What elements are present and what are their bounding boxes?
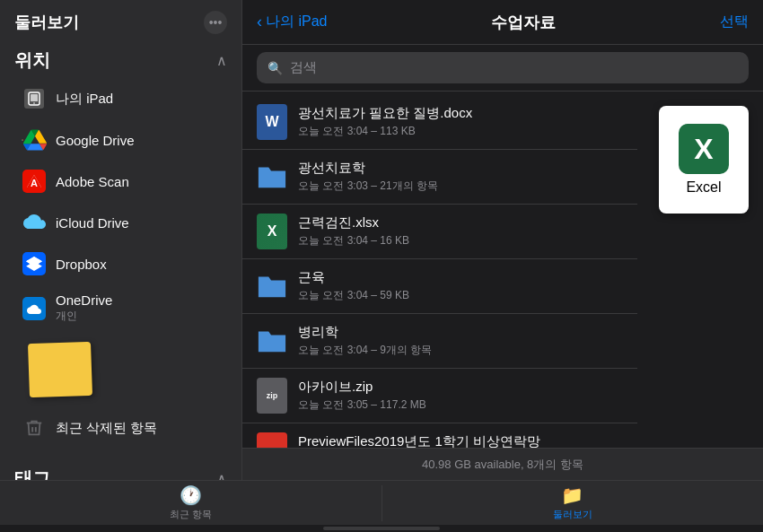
home-indicator [323,527,440,530]
back-button-label: 나의 iPad [266,13,327,31]
folder-icon [257,268,287,304]
tags-section-header: 태그 ∧ [0,456,241,480]
sidebar-item-adobe-scan[interactable]: A Adobe Scan [7,161,234,201]
locations-section-header: 위치 ∧ [0,38,241,78]
file-name: 광선치료학 [298,160,623,177]
file-item[interactable]: 근육 오늘 오전 3:04 – 59 KB [242,259,637,314]
file-list: W 광선치료가 필요한 질병.docx 오늘 오전 3:04 – 113 KB [242,92,637,448]
file-info: PreviewFiles2019년도 1학기 비상연락망 오늘 오전 3:04 … [298,433,623,448]
svg-text:A: A [31,178,38,188]
icloud-drive-icon [22,210,47,235]
file-meta: 오늘 오전 3:04 – 59 KB [298,288,623,303]
file-meta: 오늘 오전 3:05 – 117.2 MB [298,397,623,413]
sticky-note [28,342,92,397]
sidebar-item-adobe-scan-label: Adobe Scan [56,174,129,189]
excel-preview-card: X Excel [659,106,749,214]
locations-chevron-icon: ∧ [216,52,227,69]
tab-recent[interactable]: 🕐 최근 항목 [0,484,382,521]
sidebar-item-dropbox[interactable]: Dropbox [7,244,234,283]
sidebar-title: 둘러보기 [14,12,79,33]
sidebar-item-my-ipad[interactable]: 나의 iPad [7,79,234,118]
folder-icon [257,323,287,359]
file-name: 아카이브.zip [298,379,623,396]
file-name: 병리학 [298,324,623,341]
trash-icon [22,415,47,440]
file-item[interactable]: X 근력검진.xlsx 오늘 오전 3:04 – 16 KB [242,205,637,259]
google-drive-icon [22,127,47,153]
search-bar[interactable]: 🔍 검색 [257,52,749,83]
file-info: 병리학 오늘 오전 3:04 – 9개의 항목 [298,324,623,358]
back-chevron-icon: ‹ [257,13,262,31]
sidebar-item-onedrive-sublabel: 개인 [56,309,112,324]
excel-preview-icon: X [679,124,729,174]
content-area: ‹ 나의 iPad 수업자료 선택 🔍 검색 W [242,0,763,480]
home-indicator-bar [0,525,763,532]
file-info: 광선치료가 필요한 질병.docx 오늘 오전 3:04 – 113 KB [298,105,623,139]
tab-browse[interactable]: 📁 둘러보기 [382,484,764,521]
file-info: 광선치료학 오늘 오전 3:03 – 21개의 항목 [298,160,623,194]
sidebar-item-icloud-drive-label: iCloud Drive [56,215,129,231]
locations-label: 위치 [14,48,50,73]
sidebar-item-onedrive[interactable]: OneDrive 개인 [7,285,234,331]
status-text: 40.98 GB available, 8개의 항목 [422,457,583,473]
sidebar-item-dropbox-label: Dropbox [56,257,107,272]
file-meta: 오늘 오전 3:04 – 113 KB [298,124,623,139]
sidebar-item-onedrive-label: OneDrive [56,292,112,308]
file-name: 광선치료가 필요한 질병.docx [298,105,623,122]
select-button[interactable]: 선택 [720,13,749,31]
file-info: 아카이브.zip 오늘 오전 3:05 – 117.2 MB [298,379,623,413]
tags-chevron-icon: ∧ [216,470,227,480]
tags-label: 태그 [14,467,50,480]
sidebar-item-icloud-drive[interactable]: iCloud Drive [7,203,234,242]
file-list-area: W 광선치료가 필요한 질병.docx 오늘 오전 3:04 – 113 KB [242,92,763,448]
file-meta: 오늘 오전 3:04 – 9개의 항목 [298,343,623,358]
content-title: 수업자료 [491,12,556,33]
file-name: 근력검진.xlsx [298,214,623,231]
onedrive-icon [22,296,47,321]
svg-point-2 [33,102,35,104]
pdf-file-icon: PDF [257,432,287,448]
sidebar-item-google-drive[interactable]: Google Drive [7,120,234,160]
file-info: 근력검진.xlsx 오늘 오전 3:04 – 16 KB [298,214,623,249]
file-item[interactable]: zip 아카이브.zip 오늘 오전 3:05 – 117.2 MB [242,369,637,423]
recent-tab-label: 최근 항목 [170,508,212,521]
file-info: 근육 오늘 오전 3:04 – 59 KB [298,269,623,303]
more-button[interactable]: ••• [204,11,227,34]
browse-tab-label: 둘러보기 [553,508,592,521]
file-name: 근육 [298,269,623,286]
sidebar-item-trash-label: 최근 삭제된 항목 [56,420,157,437]
sidebar: 둘러보기 ••• 위치 ∧ [0,0,242,480]
file-name: PreviewFiles2019년도 1학기 비상연락망 [298,433,623,448]
recent-tab-icon: 🕐 [180,484,202,506]
content-header: ‹ 나의 iPad 수업자료 선택 [242,0,763,45]
sidebar-item-my-ipad-label: 나의 iPad [56,91,113,108]
word-file-icon: W [257,104,287,140]
sidebar-header: 둘러보기 ••• [0,0,241,38]
file-item[interactable]: W 광선치료가 필요한 질병.docx 오늘 오전 3:04 – 113 KB [242,95,637,150]
sidebar-item-trash[interactable]: 최근 삭제된 항목 [7,408,234,448]
folder-icon [257,159,287,195]
zip-file-icon: zip [257,378,287,414]
bottom-tab-bar: 🕐 최근 항목 📁 둘러보기 [0,480,763,525]
search-bar-container: 🔍 검색 [242,45,763,92]
file-meta: 오늘 오전 3:03 – 21개의 항목 [298,179,623,194]
onedrive-item-content: OneDrive 개인 [56,292,112,324]
status-bar: 40.98 GB available, 8개의 항목 [242,448,763,480]
search-icon: 🔍 [267,61,283,75]
back-button[interactable]: ‹ 나의 iPad [257,13,327,31]
file-meta: 오늘 오전 3:04 – 16 KB [298,233,623,249]
sticky-note-area [0,332,241,407]
more-icon: ••• [209,15,223,30]
excel-file-icon: X [257,214,287,249]
search-input-placeholder: 검색 [290,59,317,76]
excel-x-letter: X [694,133,713,166]
svg-rect-1 [31,94,38,101]
sidebar-item-google-drive-label: Google Drive [56,133,135,148]
file-item[interactable]: 병리학 오늘 오전 3:04 – 9개의 항목 [242,314,637,369]
ipad-icon [22,86,47,111]
file-item[interactable]: 광선치료학 오늘 오전 3:03 – 21개의 항목 [242,150,637,205]
browse-tab-icon: 📁 [561,484,583,506]
excel-preview-area: X Excel [637,92,763,448]
dropbox-icon [22,251,47,276]
file-item[interactable]: PDF PreviewFiles2019년도 1학기 비상연락망 오늘 오전 3… [242,423,637,448]
